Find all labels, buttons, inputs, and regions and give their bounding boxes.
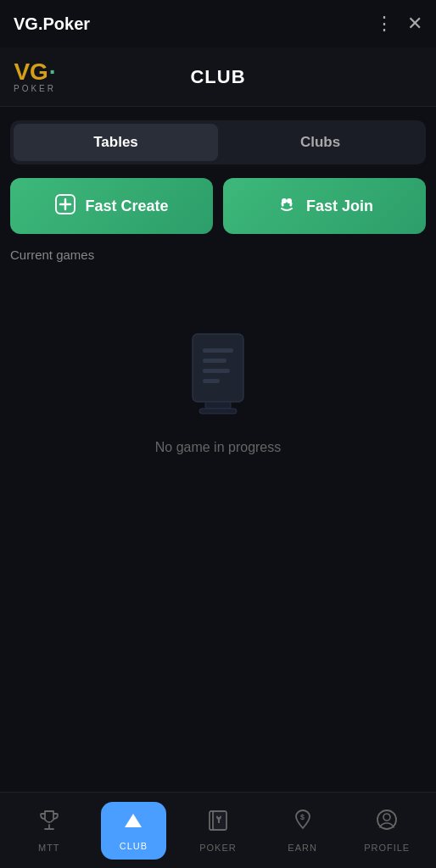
svg-rect-6: [203, 348, 233, 353]
fast-create-button[interactable]: Fast Create: [10, 178, 213, 234]
club-icon: [122, 810, 144, 837]
header: VG · POKER CLUB: [0, 47, 436, 107]
svg-point-18: [383, 814, 390, 821]
title-bar-actions: ⋮ ✕: [375, 13, 422, 35]
svg-rect-5: [193, 334, 243, 402]
svg-rect-11: [199, 409, 237, 414]
nav-item-profile[interactable]: PROFILE: [344, 801, 429, 860]
poker-icon: [206, 808, 230, 837]
fast-join-button[interactable]: Fast Join: [223, 178, 426, 234]
club-nav-bg: CLUB: [101, 802, 166, 860]
tab-clubs[interactable]: Clubs: [218, 124, 422, 161]
nav-item-poker[interactable]: POKER: [176, 801, 260, 860]
logo-vg-text: VG: [14, 60, 48, 84]
svg-text:$: $: [300, 813, 305, 821]
earn-icon: $: [291, 808, 315, 837]
fast-join-icon: [276, 193, 298, 219]
svg-point-4: [287, 198, 292, 203]
nav-item-club[interactable]: CLUB: [92, 795, 176, 866]
profile-icon: [375, 808, 399, 837]
tab-tables[interactable]: Tables: [14, 124, 218, 161]
club-label: CLUB: [120, 841, 148, 851]
tabs-container: Tables Clubs: [10, 120, 426, 164]
svg-rect-8: [203, 369, 230, 373]
nav-item-mtt[interactable]: MTT: [7, 801, 92, 860]
nav-item-earn[interactable]: $ EARN: [260, 801, 345, 860]
svg-point-3: [282, 198, 287, 203]
mtt-label: MTT: [38, 843, 60, 853]
action-buttons: Fast Create Fast Join: [10, 178, 426, 234]
poker-label: POKER: [199, 843, 237, 853]
svg-rect-9: [203, 379, 220, 383]
svg-rect-10: [205, 402, 231, 409]
close-icon[interactable]: ✕: [407, 13, 422, 35]
empty-state-icon: [176, 330, 260, 423]
logo-image: VG · POKER: [14, 60, 56, 93]
empty-state-text: No game in progress: [155, 440, 282, 455]
earn-label: EARN: [288, 843, 317, 853]
logo: VG · POKER: [14, 60, 56, 93]
logo-poker-text: POKER: [14, 84, 56, 93]
fast-create-label: Fast Create: [85, 198, 168, 215]
fast-create-icon: [54, 193, 76, 219]
empty-state: No game in progress: [0, 330, 436, 455]
bottom-nav: MTT CLUB POKER $: [0, 792, 436, 868]
mtt-icon: [37, 808, 61, 837]
svg-rect-7: [203, 359, 226, 363]
fast-join-label: Fast Join: [306, 198, 373, 215]
header-title: CLUB: [190, 66, 245, 88]
app-title: VG.Poker: [14, 14, 90, 34]
profile-label: PROFILE: [364, 843, 410, 853]
more-icon[interactable]: ⋮: [375, 13, 394, 35]
logo-dot-text: ·: [49, 60, 56, 84]
title-bar: VG.Poker ⋮ ✕: [0, 0, 436, 47]
current-games-label: Current games: [10, 248, 426, 262]
